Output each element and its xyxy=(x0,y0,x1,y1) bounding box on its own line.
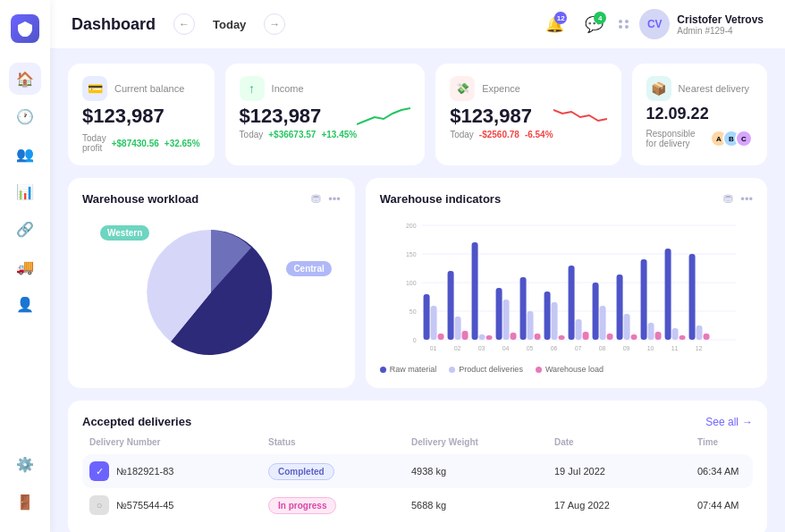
charts-row: Warehouse workload ⛃ ••• Western xyxy=(68,178,767,388)
svg-rect-18 xyxy=(471,242,477,340)
svg-rect-55 xyxy=(696,325,702,340)
svg-rect-38 xyxy=(592,283,598,340)
delivery-label: Nearest delivery xyxy=(679,83,749,94)
income-sub: Today xyxy=(240,130,264,139)
income-icon: ↑ xyxy=(240,76,265,101)
sidebar-item-users[interactable]: 👥 xyxy=(9,138,41,170)
messages-icon[interactable]: 💬 4 xyxy=(579,10,608,38)
main-content: Dashboard ← Today → 🔔 12 💬 4 CV Cristofe… xyxy=(50,0,785,532)
sidebar-item-home[interactable]: 🏠 xyxy=(9,63,41,95)
svg-text:150: 150 xyxy=(406,251,417,258)
see-all-button[interactable]: See all → xyxy=(705,416,753,428)
svg-text:03: 03 xyxy=(478,345,485,351)
grid-dots-icon[interactable] xyxy=(619,20,629,29)
svg-rect-28 xyxy=(534,334,540,340)
svg-text:09: 09 xyxy=(623,345,630,351)
sidebar-item-logout[interactable]: 🚪 xyxy=(9,486,41,518)
svg-rect-23 xyxy=(502,300,509,340)
pie-chart-container: Western Central xyxy=(82,216,341,368)
svg-text:01: 01 xyxy=(430,345,437,351)
svg-rect-15 xyxy=(454,317,460,340)
expense-icon: 💸 xyxy=(450,76,475,101)
date-cell: 19 Jul 2022 xyxy=(554,466,697,477)
header-icons: 🔔 12 💬 4 CV Cristofer Vetrovs Admin #129… xyxy=(540,9,764,39)
svg-rect-22 xyxy=(495,288,502,340)
sidebar-item-network[interactable]: 🔗 xyxy=(9,213,41,245)
balance-pct: +32.65% xyxy=(165,139,200,148)
svg-text:05: 05 xyxy=(527,345,534,351)
legend-label-load: Warehouse load xyxy=(545,365,604,374)
svg-rect-40 xyxy=(606,334,612,340)
svg-rect-47 xyxy=(647,323,654,340)
svg-rect-39 xyxy=(599,306,605,340)
workload-actions[interactable]: ⛃ ••• xyxy=(311,192,341,206)
svg-rect-50 xyxy=(664,249,671,340)
balance-label: Current balance xyxy=(114,83,184,94)
svg-rect-56 xyxy=(703,334,709,340)
expense-pct: -6.54% xyxy=(525,130,553,139)
svg-rect-31 xyxy=(551,302,557,340)
more-icon[interactable]: ••• xyxy=(328,192,341,206)
status-cell: In progress xyxy=(268,497,411,514)
svg-rect-43 xyxy=(623,314,629,340)
expense-change: -$2560.78 xyxy=(479,130,519,139)
stat-cards-row: 💳 Current balance $123,987 Today profit … xyxy=(68,63,767,165)
more-icon[interactable]: ••• xyxy=(740,192,753,206)
balance-change: +$87430.56 xyxy=(112,139,159,148)
notifications-badge: 12 xyxy=(554,12,567,24)
deliveries-title: Accepted deliveries xyxy=(82,415,191,428)
legend-raw-material: Raw material xyxy=(380,365,437,374)
check-completed-icon: ✓ xyxy=(89,461,109,481)
sidebar: 🏠 🕐 👥 📊 🔗 🚚 👤 ⚙️ 🚪 xyxy=(0,0,50,532)
svg-text:200: 200 xyxy=(406,223,417,229)
indicators-actions[interactable]: ⛃ ••• xyxy=(723,192,753,206)
notifications-icon[interactable]: 🔔 12 xyxy=(540,10,569,38)
delivery-date: 12.09.22 xyxy=(646,105,753,123)
svg-rect-11 xyxy=(430,306,436,340)
sidebar-item-clock[interactable]: 🕐 xyxy=(9,100,41,132)
svg-text:07: 07 xyxy=(575,345,582,351)
table-row: ○ №575544-45 In progress 5688 kg 17 Aug … xyxy=(82,488,753,522)
sidebar-item-chart[interactable]: 📊 xyxy=(9,175,41,207)
income-chart xyxy=(357,105,410,130)
delivery-number-cell: ○ №575544-45 xyxy=(89,495,268,515)
header: Dashboard ← Today → 🔔 12 💬 4 CV Cristofe… xyxy=(50,0,785,49)
col-weight: Delivery Weight xyxy=(411,437,554,447)
user-profile[interactable]: CV Cristofer Vetrovs Admin #129-4 xyxy=(639,9,764,39)
pie-label-western: Western xyxy=(100,225,149,241)
col-status: Status xyxy=(268,437,411,447)
sidebar-logo[interactable] xyxy=(11,14,39,43)
svg-rect-19 xyxy=(478,334,485,340)
bar-chart-container: 200 150 100 50 0 01 xyxy=(380,216,753,359)
filter-icon[interactable]: ⛃ xyxy=(723,192,733,206)
sidebar-item-settings[interactable]: ⚙️ xyxy=(9,448,41,480)
income-value: $123,987 xyxy=(240,105,358,128)
user-name: Cristofer Vetrovs xyxy=(677,13,764,26)
svg-text:0: 0 xyxy=(413,337,417,343)
svg-rect-35 xyxy=(575,319,581,340)
sidebar-item-person[interactable]: 👤 xyxy=(9,288,41,320)
legend-warehouse-load: Warehouse load xyxy=(536,365,604,374)
status-badge: Completed xyxy=(268,463,334,480)
nav-forward-button[interactable]: → xyxy=(264,13,285,35)
messages-badge: 4 xyxy=(594,12,606,24)
svg-text:08: 08 xyxy=(599,345,606,351)
svg-text:50: 50 xyxy=(409,308,417,315)
expense-card: 💸 Expence $123,987 Today -$2560.78 -6.54… xyxy=(435,63,620,165)
col-date: Date xyxy=(554,437,697,447)
delivery-number-cell: ✓ №182921-83 xyxy=(89,461,268,481)
time-cell: 06:34 AM xyxy=(697,466,746,477)
pie-chart xyxy=(144,225,278,359)
delivery-number: №182921-83 xyxy=(116,466,173,477)
table-header: Delivery Number Status Delivery Weight D… xyxy=(82,437,753,447)
nav-back-button[interactable]: ← xyxy=(173,13,195,35)
svg-rect-20 xyxy=(485,335,492,340)
filter-icon[interactable]: ⛃ xyxy=(311,192,321,206)
svg-rect-51 xyxy=(671,328,678,340)
current-balance-card: 💳 Current balance $123,987 Today profit … xyxy=(68,63,215,165)
delivery-icon: 📦 xyxy=(646,76,671,101)
today-button[interactable]: Today xyxy=(206,14,253,35)
weight-cell: 5688 kg xyxy=(411,500,554,511)
sidebar-item-truck[interactable]: 🚚 xyxy=(9,250,41,283)
svg-rect-10 xyxy=(423,294,429,340)
